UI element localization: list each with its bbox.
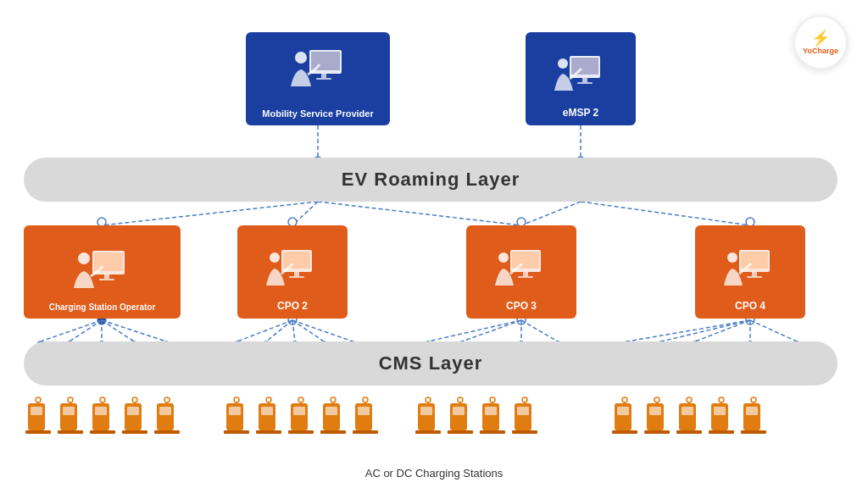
cpo3-box: CPO 3	[466, 225, 576, 319]
logo: ⚡ YoCharge	[793, 15, 848, 69]
svg-text:+: +	[34, 414, 37, 420]
svg-rect-153	[480, 430, 505, 434]
svg-rect-77	[512, 252, 539, 269]
ev-roaming-layer: EV Roaming Layer	[24, 158, 837, 202]
svg-point-180	[719, 397, 724, 402]
svg-rect-64	[577, 82, 593, 84]
svg-point-165	[622, 397, 627, 402]
svg-point-140	[363, 397, 368, 402]
svg-line-18	[41, 320, 102, 341]
cms-layer: CMS Layer	[24, 341, 837, 385]
svg-rect-112	[154, 430, 180, 434]
svg-rect-79	[518, 276, 533, 278]
station-icon	[739, 396, 768, 441]
svg-rect-72	[283, 252, 310, 269]
svg-rect-147	[453, 407, 465, 415]
svg-rect-82	[741, 252, 768, 269]
svg-rect-167	[649, 407, 661, 415]
station-group-4	[610, 396, 768, 441]
svg-rect-182	[746, 407, 758, 415]
cpo2-label: CPO 2	[277, 300, 308, 312]
cpo1-label: Charging Station Operator	[44, 302, 161, 312]
station-icon	[351, 396, 380, 441]
svg-rect-94	[58, 430, 83, 434]
svg-point-170	[654, 397, 659, 402]
station-icon	[222, 396, 251, 441]
svg-point-65	[558, 58, 568, 69]
station-icon	[675, 396, 704, 441]
svg-point-90	[36, 397, 41, 402]
svg-rect-172	[682, 407, 693, 415]
msp1-person-icon	[284, 46, 352, 108]
svg-line-33	[661, 320, 750, 341]
station-icon	[707, 396, 736, 441]
cpo4-label: CPO 4	[735, 300, 765, 312]
svg-rect-138	[353, 430, 378, 434]
svg-rect-162	[617, 407, 629, 415]
svg-point-130	[298, 397, 303, 402]
svg-rect-168	[644, 430, 670, 434]
svg-rect-148	[448, 430, 473, 434]
svg-rect-123	[256, 430, 281, 434]
svg-rect-122	[261, 407, 273, 415]
svg-point-160	[522, 397, 527, 402]
svg-line-19	[70, 320, 102, 341]
svg-rect-143	[415, 430, 441, 434]
svg-rect-78	[523, 272, 528, 276]
cpo1-box: Charging Station Operator	[24, 225, 181, 319]
stations-label: AC or DC Charging Stations	[365, 467, 504, 480]
station-icon: +	[88, 396, 117, 441]
svg-line-7	[581, 202, 750, 225]
station-icon	[478, 396, 507, 441]
svg-rect-183	[741, 430, 766, 434]
svg-line-25	[292, 320, 295, 341]
station-icon	[319, 396, 348, 441]
station-icon	[446, 396, 475, 441]
logo-text: YoCharge	[803, 47, 838, 56]
station-group-2	[222, 396, 380, 441]
station-icon: +	[24, 396, 53, 441]
svg-rect-152	[485, 407, 497, 415]
station-icon	[414, 396, 442, 441]
svg-rect-128	[288, 430, 314, 434]
svg-rect-62	[571, 58, 598, 75]
svg-rect-127	[293, 407, 305, 415]
cpo4-box: CPO 4	[695, 225, 805, 319]
svg-rect-178	[709, 430, 734, 434]
svg-point-80	[498, 252, 509, 263]
svg-rect-83	[752, 272, 757, 276]
svg-line-22	[102, 320, 166, 341]
svg-rect-59	[316, 78, 331, 80]
svg-rect-69	[99, 279, 114, 280]
svg-point-135	[331, 397, 336, 402]
svg-point-96	[68, 397, 73, 402]
station-icon	[287, 396, 315, 441]
cpo1-person-icon	[69, 247, 136, 302]
svg-rect-58	[321, 74, 326, 78]
station-icon: +	[153, 396, 181, 441]
svg-rect-177	[714, 407, 726, 415]
msp2-person-icon	[551, 52, 610, 107]
station-icon	[610, 396, 639, 441]
svg-point-60	[295, 52, 307, 64]
svg-rect-137	[358, 407, 370, 415]
svg-line-31	[521, 320, 558, 341]
svg-rect-63	[582, 78, 587, 82]
svg-line-29	[462, 320, 521, 341]
svg-rect-74	[289, 276, 304, 278]
svg-point-108	[132, 397, 137, 402]
svg-text:+: +	[163, 414, 166, 420]
svg-rect-84	[747, 276, 762, 278]
svg-point-102	[100, 397, 105, 402]
svg-rect-100	[90, 430, 115, 434]
svg-rect-158	[512, 430, 537, 434]
svg-line-3	[102, 202, 318, 225]
svg-point-85	[727, 252, 737, 263]
svg-line-28	[428, 320, 521, 341]
msp1-label: Mobility Service Provider	[257, 108, 378, 119]
cms-layer-label: CMS Layer	[379, 352, 483, 374]
svg-rect-132	[326, 407, 337, 415]
svg-point-185	[751, 397, 756, 402]
svg-line-4	[292, 202, 318, 225]
svg-line-36	[750, 320, 797, 341]
